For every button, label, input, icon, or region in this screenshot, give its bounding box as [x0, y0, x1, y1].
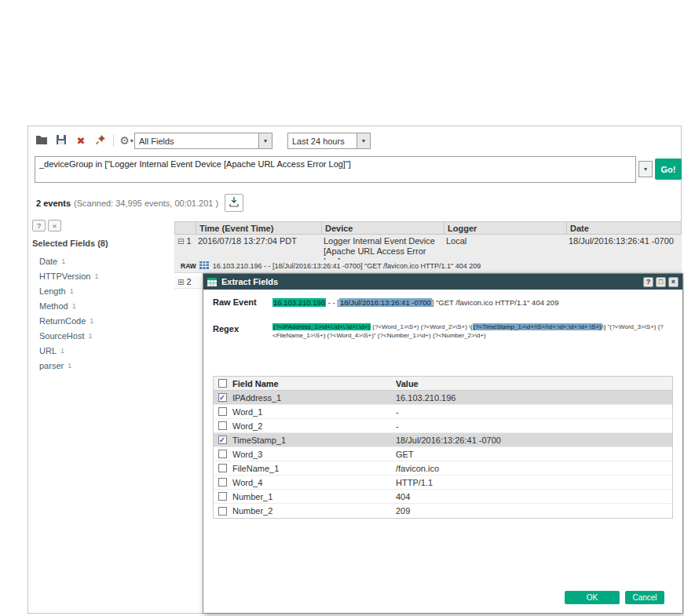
field-name: Word_2	[231, 421, 394, 431]
header-spacer	[175, 222, 196, 234]
fields-dropdown[interactable]: All Fields ▾	[134, 133, 273, 149]
field-name: TimeStamp_1	[231, 436, 394, 445]
ip-regex-highlight: (?<IPAddress_1>\d+\.\d+\.\d+\.\d+)	[273, 323, 371, 330]
table-icon[interactable]	[199, 261, 209, 271]
sidebar-item-sourcehost[interactable]: SourceHost1	[32, 328, 166, 343]
field-count: 1	[88, 332, 92, 340]
header-checkbox[interactable]	[218, 379, 227, 388]
regex-label: Regex	[213, 324, 239, 334]
column-field-name: Field Name	[231, 379, 394, 388]
delete-button[interactable]: ✖	[74, 133, 88, 148]
row-checkbox[interactable]	[218, 450, 227, 458]
field-row: TimeStamp_1 18/Jul/2016:13:26:41 -0700	[214, 433, 672, 447]
field-value: /favicon.ico	[394, 464, 672, 473]
fields-table: Field Name Value IPAddress_1 16.103.210.…	[213, 376, 673, 519]
field-name: Number_2	[231, 506, 394, 516]
go-button[interactable]: Go!	[655, 159, 682, 180]
row-checkbox[interactable]	[218, 436, 227, 444]
sidebar-item-date[interactable]: Date1	[32, 253, 166, 268]
field-label: Date	[39, 257, 57, 266]
timestamp-highlight: 18/Jul/2016:13:26:41 -0700	[339, 298, 432, 307]
field-value: -	[394, 407, 672, 417]
cancel-button[interactable]: Cancel	[625, 591, 664, 604]
selected-fields-title: Selected Fields (8)	[32, 239, 108, 248]
dialog-title-bar[interactable]: Extract Fields ? □ ×	[203, 274, 682, 290]
help-button[interactable]: ?	[32, 220, 46, 231]
gear-icon: ⚙	[119, 134, 130, 147]
row-checkbox[interactable]	[218, 407, 227, 416]
ok-button[interactable]: OK	[565, 591, 620, 604]
field-name: Number_1	[231, 492, 394, 501]
save-icon	[56, 134, 67, 147]
collapse-panel-button[interactable]: «	[48, 220, 61, 231]
raw-event-value: 16.103.210.196 - - [18/Jul/2016:13:26:41…	[273, 297, 676, 308]
regex-value: (?<IPAddress_1>\d+\.\d+\.\d+\.\d+) (?<Wo…	[273, 323, 676, 340]
field-label: ReturnCode	[39, 316, 86, 326]
export-button[interactable]	[225, 194, 243, 212]
row-checkbox[interactable]	[218, 393, 227, 402]
field-row: Word_2 -	[214, 419, 672, 433]
collapse-row-icon[interactable]: ⊟	[177, 237, 184, 246]
field-label: Method	[39, 301, 68, 311]
extract-fields-dialog: Extract Fields ? □ × Raw Event 16.103.21…	[203, 273, 683, 614]
field-value: 404	[394, 492, 672, 501]
row-checkbox[interactable]	[218, 507, 227, 516]
row-checkbox[interactable]	[218, 478, 227, 487]
row-checkbox[interactable]	[218, 492, 227, 501]
events-summary: 2 events (Scanned: 34,995 events, 00:01.…	[36, 194, 243, 212]
fields-table-header: Field Name Value	[214, 377, 672, 391]
scanned-text: (Scanned: 34,995 events, 00:01.201 )	[74, 199, 218, 208]
open-search-button[interactable]	[35, 133, 49, 148]
field-label: HTTPVersion	[39, 272, 90, 281]
folder-icon	[35, 135, 48, 147]
column-date: Date	[566, 222, 681, 234]
dialog-title: Extract Fields	[221, 277, 278, 286]
row-number: 1	[186, 236, 191, 246]
field-name: FileName_1	[231, 464, 394, 473]
sidebar-item-httpversion[interactable]: HTTPVersion1	[32, 268, 166, 283]
field-value: HTTP/1.1	[394, 478, 672, 487]
field-row: Number_1 404	[214, 490, 672, 504]
sidebar-item-parser[interactable]: parser1	[32, 358, 166, 373]
field-count: 1	[61, 257, 65, 265]
settings-button[interactable]: ⚙▾	[119, 133, 134, 148]
pin-button[interactable]	[93, 133, 108, 148]
chevron-down-icon: ▾	[644, 166, 647, 173]
dialog-close-button[interactable]: ×	[668, 277, 679, 287]
field-name: Word_3	[231, 450, 394, 459]
query-history-button[interactable]: ▾	[638, 161, 653, 177]
dialog-body: Raw Event 16.103.210.196 - - [18/Jul/201…	[203, 290, 682, 614]
panel-buttons: ? «	[32, 220, 61, 231]
sidebar-item-url[interactable]: URL1	[32, 343, 166, 358]
field-name: Word_1	[231, 407, 394, 417]
column-device: Device	[321, 222, 444, 234]
field-row: Word_1 -	[214, 405, 672, 419]
field-value: 16.103.210.196	[394, 393, 672, 403]
raw-label: RAW	[181, 262, 196, 270]
row-checkbox[interactable]	[218, 464, 227, 472]
dialog-help-button[interactable]: ?	[643, 277, 653, 287]
column-logger: Logger	[444, 222, 566, 234]
sidebar-item-returncode[interactable]: ReturnCode1	[32, 313, 166, 328]
field-label: parser	[39, 361, 64, 370]
field-row: IPAddress_1 16.103.210.196	[214, 391, 672, 405]
field-name: IPAddress_1	[231, 393, 394, 403]
fields-dropdown-value: All Fields	[135, 133, 258, 148]
column-value: Value	[394, 379, 672, 388]
raw-event-label: Raw Event	[213, 297, 257, 307]
field-count: 1	[90, 317, 93, 325]
dialog-minimize-button[interactable]: □	[656, 277, 666, 287]
pin-icon	[95, 134, 106, 147]
time-range-value: Last 24 hours	[288, 133, 357, 148]
row-checkbox[interactable]	[218, 421, 227, 430]
results-table-header: Time (Event Time) Device Logger Date	[174, 221, 682, 235]
search-query-input[interactable]: _deviceGroup in ["Logger Internal Event …	[35, 156, 636, 183]
expand-row-icon[interactable]: ⊞	[177, 278, 184, 286]
save-button[interactable]	[54, 133, 68, 148]
field-value: GET	[394, 450, 672, 459]
field-value: 18/Jul/2016:13:26:41 -0700	[394, 436, 672, 445]
sidebar-item-method[interactable]: Method1	[32, 298, 166, 313]
field-row: FileName_1 /favicon.ico	[214, 461, 672, 476]
time-range-dropdown[interactable]: Last 24 hours ▾	[287, 133, 371, 149]
sidebar-item-length[interactable]: Length1	[32, 283, 166, 298]
